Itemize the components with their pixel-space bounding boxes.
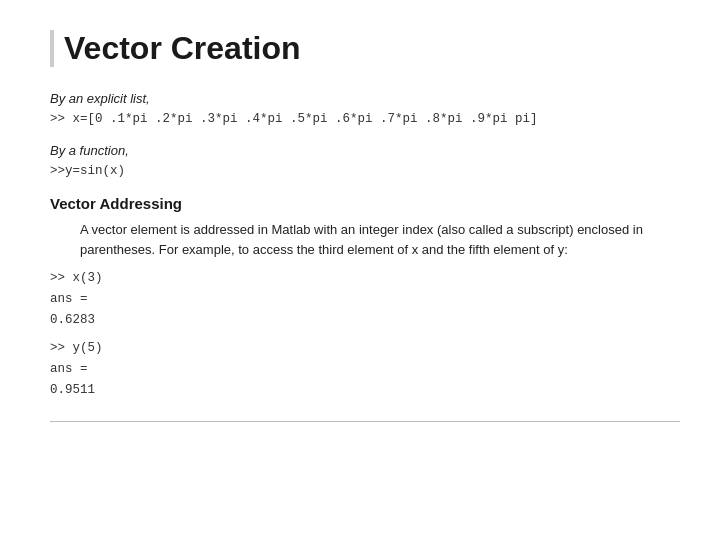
- example-1-result-value: 0.6283: [50, 310, 680, 331]
- example-1: >> x(3) ans = 0.6283: [50, 268, 680, 332]
- addressing-heading: Vector Addressing: [50, 195, 680, 212]
- page-title: Vector Creation: [50, 30, 680, 67]
- example-2: >> y(5) ans = 0.9511: [50, 338, 680, 402]
- function-section: By a function, >>y=sin(x): [50, 143, 680, 181]
- example-1-prompt: >> x(3): [50, 268, 680, 289]
- function-code: >>y=sin(x): [50, 162, 680, 181]
- example-2-result-value: 0.9511: [50, 380, 680, 401]
- explicit-list-label: By an explicit list,: [50, 91, 680, 106]
- example-2-prompt: >> y(5): [50, 338, 680, 359]
- addressing-body: A vector element is addressed in Matlab …: [80, 220, 680, 260]
- explicit-list-code: >> x=[0 .1*pi .2*pi .3*pi .4*pi .5*pi .6…: [50, 110, 680, 129]
- example-2-result-label: ans =: [50, 359, 680, 380]
- example-1-result-label: ans =: [50, 289, 680, 310]
- page-container: Vector Creation By an explicit list, >> …: [0, 0, 720, 540]
- function-label: By a function,: [50, 143, 680, 158]
- explicit-list-section: By an explicit list, >> x=[0 .1*pi .2*pi…: [50, 91, 680, 129]
- bottom-divider: [50, 421, 680, 422]
- addressing-section: Vector Addressing A vector element is ad…: [50, 195, 680, 402]
